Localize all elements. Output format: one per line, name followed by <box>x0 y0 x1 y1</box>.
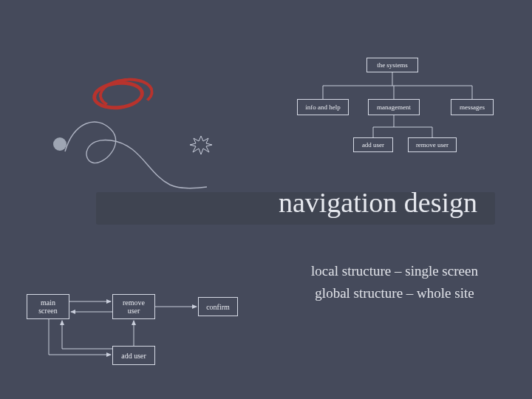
subtitle-local: local structure – single screen <box>276 260 513 282</box>
flow-diagram: main screen remove user confirm add user <box>27 288 263 384</box>
slide: the systems info and help management mes… <box>0 0 532 399</box>
burst-icon <box>189 134 213 155</box>
svg-marker-0 <box>190 136 212 154</box>
tree-connectors <box>288 58 517 176</box>
tree-node-messages: messages <box>451 99 494 115</box>
slide-title: navigation design <box>96 186 495 219</box>
flow-box-confirm: confirm <box>198 297 238 316</box>
tree-node-root: the systems <box>366 58 418 72</box>
tree-node-remove-user: remove user <box>408 137 457 152</box>
tree-node-info: info and help <box>297 99 349 115</box>
hierarchy-tree: the systems info and help management mes… <box>288 58 517 176</box>
flow-box-remove: remove user <box>112 294 155 319</box>
tree-node-management: management <box>368 99 420 115</box>
dot-icon <box>53 137 66 151</box>
flow-box-main: main screen <box>27 294 69 319</box>
tree-node-add-user: add user <box>353 137 393 152</box>
subtitles: local structure – single screen global s… <box>276 260 513 305</box>
title-banner: navigation design <box>96 188 495 231</box>
flow-box-add-user: add user <box>112 346 155 365</box>
subtitle-global: global structure – whole site <box>276 282 513 304</box>
